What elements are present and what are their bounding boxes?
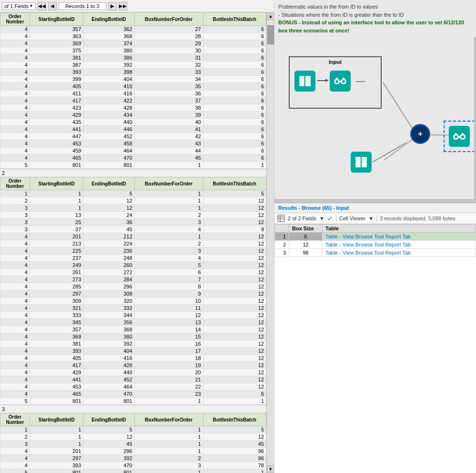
right-edge-divider[interactable]: [474, 37, 476, 199]
table-cell: 12: [203, 305, 266, 312]
table-row: 580180111: [0, 162, 266, 169]
scroll-track[interactable]: [267, 20, 274, 465]
table-cell: 4: [0, 348, 30, 355]
results-table: Box Size Table 16Table - View Browse Too…: [274, 224, 476, 257]
workflow-node-book-2[interactable]: [351, 152, 372, 173]
svg-rect-21: [462, 133, 464, 135]
table-cell: 45: [203, 441, 266, 448]
section-3-header: 3: [0, 405, 266, 413]
result-table-cell[interactable]: Table - View Browse Tool Report Tab: [323, 233, 476, 241]
table-cell: 375: [30, 47, 83, 54]
result-table-cell[interactable]: Table - View Browse Tool Report Tab: [323, 241, 476, 249]
nav-next-button[interactable]: ▶: [108, 2, 117, 10]
table-cell: 4: [0, 369, 30, 376]
table-cell: 333: [30, 312, 83, 319]
nav-first-button[interactable]: ◀◀: [38, 2, 46, 10]
table-cell: 260: [83, 262, 134, 269]
table-cell: 24: [83, 212, 134, 219]
table-row: 3374549: [0, 226, 266, 233]
table-cell: 12: [203, 312, 266, 319]
table-cell: 464: [83, 383, 134, 391]
table-cell: 9: [134, 290, 203, 298]
workflow-connections-svg: [274, 37, 465, 199]
table-row: 4411416366: [0, 90, 266, 97]
table-cell: 392: [83, 62, 134, 69]
nav-prev-button[interactable]: ◀: [48, 2, 57, 10]
table-cell: 12: [203, 276, 266, 283]
table-cell: 1: [0, 190, 30, 197]
main-toolbar: of 1 Fields ▼ ◀◀ ◀ Records 1 to 3 ▶ ▶▶: [0, 0, 274, 12]
table-cell: 801: [30, 162, 83, 169]
toolbar-divider-2: [376, 215, 377, 222]
table-cell: 12: [203, 255, 266, 262]
svg-rect-20: [455, 133, 457, 135]
table-cell: 368: [83, 326, 134, 333]
result-boxsize-cell: 12: [289, 241, 323, 249]
table-cell: 4: [0, 362, 30, 369]
table-cell: 6: [203, 154, 266, 162]
table-cell: 6: [203, 33, 266, 40]
table-cell: 3: [134, 219, 203, 226]
col-end-2: EndingBottleID: [83, 177, 134, 190]
table-cell: 5: [203, 190, 266, 197]
table-cell: 4: [0, 326, 30, 333]
table-cell: 4: [0, 247, 30, 255]
table-cell: 201: [30, 233, 83, 240]
table-cell: 429: [30, 369, 83, 376]
table-cell: 236: [83, 247, 134, 255]
table-cell: 6: [203, 62, 266, 69]
fields-dropdown[interactable]: of 1 Fields ▼: [2, 2, 36, 10]
table-cell: 21: [134, 376, 203, 383]
table-cell: 423: [30, 104, 83, 112]
table-cell: 380: [83, 333, 134, 340]
dashed-output-box[interactable]: [444, 121, 475, 152]
table-cell: 10: [134, 298, 203, 305]
col-start-2: StartingBottleID: [30, 177, 83, 190]
circle-join-node[interactable]: +: [410, 124, 430, 144]
table-cell: 4: [0, 462, 30, 469]
table-row: 4453458436: [0, 140, 266, 147]
table-row: 4393470378: [0, 462, 266, 469]
binoculars-output-node[interactable]: [449, 126, 470, 147]
table-cell: 12: [203, 348, 266, 355]
scroll-up-button[interactable]: ▲: [267, 12, 274, 20]
nav-last-button[interactable]: ▶▶: [119, 2, 127, 10]
table-cell: 1: [203, 398, 266, 405]
col-order-3: OrderNumber: [0, 413, 30, 426]
table-cell: 23: [134, 391, 203, 398]
table-cell: 27: [134, 26, 203, 33]
col-bottles: BottlesInThisBatch: [203, 13, 266, 26]
table-cell: 12: [203, 433, 266, 441]
scroll-down-button[interactable]: ▼: [267, 465, 274, 473]
scroll-thumb[interactable]: [267, 25, 274, 44]
table-row: 2112112: [0, 433, 266, 441]
svg-rect-22: [355, 157, 361, 167]
table-cell: 14: [134, 326, 203, 333]
table-cell: 12: [83, 205, 134, 212]
result-row: 16Table - View Browse Tool Report Tab: [275, 233, 476, 241]
table-cell: 386: [83, 54, 134, 62]
result-table-cell[interactable]: Table - View Browse Tool Report Tab: [323, 249, 476, 257]
table-cell: 6: [203, 69, 266, 76]
table-cell: 12: [203, 269, 266, 276]
table-cell: 12: [203, 355, 266, 362]
table-row: 4297308912: [0, 290, 266, 298]
table-cell: 12: [203, 290, 266, 298]
table-row: 32536312: [0, 219, 266, 226]
table-cell: 12: [203, 369, 266, 376]
results-header: Results - Browse (65) - Input: [274, 203, 476, 213]
table-cell: 801: [30, 398, 83, 405]
table-cell: 404: [83, 76, 134, 83]
table-cell: 12: [203, 340, 266, 348]
table-cell: 6: [203, 40, 266, 47]
table-cell: 44: [134, 147, 203, 154]
table-cell: 405: [30, 83, 83, 90]
table-cell: 37: [30, 226, 83, 233]
col-end-3: EndingBottleID: [83, 413, 134, 426]
table-cell: 4: [0, 126, 30, 133]
section-3: OrderNumber StartingBottleID EndingBottl…: [0, 413, 266, 473]
table-cell: 7: [134, 276, 203, 283]
resize-handle[interactable]: · · · · ·: [274, 199, 476, 203]
table-cell: 1: [134, 197, 203, 205]
vertical-scrollbar[interactable]: ▲ ▼: [266, 12, 274, 473]
